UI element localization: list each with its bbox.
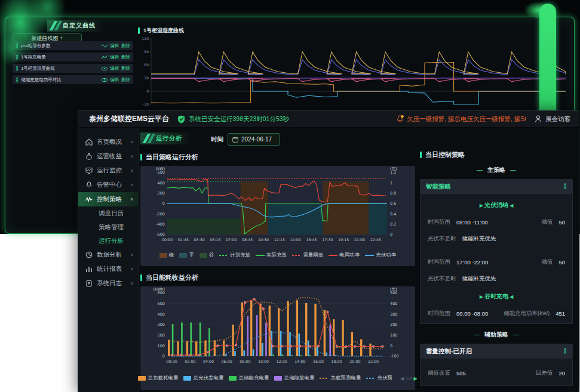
svg-text:-400: -400 <box>156 222 165 227</box>
curve-list-item[interactable]: ∨∨ 储能充放电功率对比 编辑 删除 <box>13 75 133 84</box>
sidebar-subitem-dispatch-calendar[interactable]: 调度日历 <box>78 206 138 220</box>
control-strategy-panel: 当日控制策略 主策略 智能策略 ∧∧ 光伏消纳 时间范围 08:00 -11:0… <box>420 150 573 392</box>
user-icon[interactable] <box>535 115 542 123</box>
sidebar-item-system-log[interactable]: 系统日志∨ <box>78 276 138 291</box>
delete-button[interactable]: 删除 <box>121 66 130 72</box>
svg-text:10:00: 10:00 <box>258 359 269 363</box>
legend-item-load-forecast[interactable]: 负载预测电量 <box>320 375 361 382</box>
row-value: 505 <box>456 370 466 376</box>
sidebar-item-control-strategy[interactable]: 控制策略∧ <box>78 192 138 206</box>
legend-swatch <box>183 376 191 381</box>
aux-strategy-divider: 辅助策略 <box>420 331 573 339</box>
alarm-ticker[interactable]: 欠压一级报警, 簇总电压欠压一级报警, 簇SO <box>407 115 526 124</box>
legend-item-flat[interactable]: 平 <box>179 252 194 259</box>
date-picker[interactable]: 2024-06-17 <box>228 133 280 146</box>
energy-chart[interactable]: 60050040030020010005004003002001000-100(… <box>141 287 415 372</box>
demand-control-card-body: 阈值设置 505 回差值 20 <box>420 359 573 386</box>
curve-list-item[interactable]: ∨∨ 1号柜充电量 编辑 删除 <box>13 53 133 61</box>
screenshot-stage: 自定义曲线 新建曲线图 + ∨∨ pcs柜部分参数 编辑 删除 ∨∨ 1号柜充电… <box>0 0 580 392</box>
wave-icon <box>102 44 108 48</box>
legend-item-charge[interactable]: 总储能充电量 <box>229 375 269 382</box>
row-value: 储能补充优先 <box>462 235 496 243</box>
legend-item-pv-forecast[interactable]: 光伏预 <box>366 375 392 382</box>
row-value: 00:00 -08:00 <box>456 310 488 317</box>
legend-label: 平 <box>189 252 194 259</box>
legend-label: 总储能充电量 <box>238 375 269 382</box>
svg-text:60: 60 <box>144 63 149 67</box>
chevron-down-icon: ∨ <box>130 168 133 173</box>
alarm-bell-icon[interactable] <box>395 115 404 124</box>
legend-prev-arrow[interactable]: ◀ <box>400 376 404 381</box>
legend-next-arrow[interactable]: ▶ <box>413 376 417 381</box>
delete-button[interactable]: 删除 <box>121 77 130 83</box>
sidebar-item-alerts[interactable]: 告警中心∨ <box>78 178 138 192</box>
sidebar-subitem-strategy-management[interactable]: 策略管理 <box>78 220 138 234</box>
strategy-chart[interactable]: 6004002000-200-400-6001.210.80.60.40.20(… <box>141 166 415 249</box>
collapse-chevron-icon[interactable]: ∧∧ <box>563 184 567 189</box>
edit-button[interactable]: 编辑 <box>110 77 119 83</box>
date-value: 2024-06-17 <box>241 136 272 143</box>
row-label2: 阈值 <box>541 218 553 226</box>
svg-text:00:00: 00:00 <box>167 359 177 363</box>
edit-button[interactable]: 编辑 <box>110 54 119 60</box>
curve-label: 1号柜充电量 <box>21 54 46 60</box>
clipboard-icon <box>85 280 93 287</box>
edit-button[interactable]: 编辑 <box>110 66 119 72</box>
user-name[interactable]: 展会访客 <box>545 115 570 124</box>
sidebar-item-reports[interactable]: 统计报表∨ <box>78 262 138 276</box>
svg-text:0.2: 0.2 <box>390 222 396 227</box>
svg-text:06:00: 06:00 <box>222 359 232 363</box>
waveform-icon <box>85 196 93 203</box>
svg-text:1: 1 <box>390 181 392 186</box>
legend-item-actual[interactable]: 实际充放 <box>256 252 287 259</box>
curve-list-item[interactable]: ∨∨ 1号柜温湿度曲线 编辑 删除 <box>13 64 133 73</box>
svg-text:08:00: 08:00 <box>240 359 250 363</box>
smart-strategy-card-body: 光伏消纳 时间范围 08:00 -11:00 阈值 50 光伏不足时 储能补充优… <box>420 194 573 324</box>
legend-item-grid-power[interactable]: 电网功率 <box>329 252 360 259</box>
svg-text:15:45: 15:45 <box>306 237 317 242</box>
sidebar-item-monitor[interactable]: 运行监控∨ <box>78 163 138 178</box>
edit-button[interactable]: 编辑 <box>110 43 119 49</box>
sidebar-item-data-analysis[interactable]: 数据分析∨ <box>78 248 138 262</box>
legend-item-planned[interactable]: 计划充放 <box>219 252 250 259</box>
legend-item-discharge[interactable]: 总储能放电量 <box>274 375 314 382</box>
temperature-humidity-chart[interactable]: 1209060300-30 <box>136 35 569 108</box>
svg-text:04:00: 04:00 <box>203 359 214 363</box>
legend-label: 总储能放电量 <box>284 375 314 382</box>
svg-text:02:00: 02:00 <box>185 359 195 363</box>
svg-text:-200: -200 <box>156 212 165 217</box>
legend-item-valley[interactable]: 谷 <box>200 252 214 259</box>
smart-strategy-card-header[interactable]: 智能策略 ∧∧ <box>420 179 573 194</box>
row-label: 阈值设置 <box>428 369 450 377</box>
sidebar-subitem-run-analysis[interactable]: 运行分析 <box>78 234 138 248</box>
demand-control-card-header[interactable]: 需量控制-已开启 ∧∧ <box>420 344 573 359</box>
svg-text:400: 400 <box>158 312 165 317</box>
legend-item-peak[interactable]: 峰 <box>159 252 174 259</box>
legend-label: 计划充放 <box>230 252 250 259</box>
chevron-down-icon: ∨ <box>130 140 133 144</box>
legend-label: 需量阈值 <box>303 252 323 259</box>
uptime-status: 系统已安全运行398天23时01分53秒 <box>189 115 289 124</box>
collapse-chevron-icon[interactable]: ∧∧ <box>563 348 567 354</box>
delete-button[interactable]: 删除 <box>121 54 130 60</box>
chevron-down-icon: ∨ <box>130 267 133 271</box>
row-label2: 回差值 <box>536 369 553 377</box>
svg-text:(kW): (kW) <box>156 166 165 171</box>
monitor-icon <box>85 167 93 174</box>
curve-list-item[interactable]: ∨∨ pcs柜部分参数 编辑 删除 <box>13 41 133 50</box>
sidebar-item-revenue[interactable]: 运营收益∨ <box>78 149 138 163</box>
delete-button[interactable]: 删除 <box>121 43 130 49</box>
run-analysis-banner-label: 运行分析 <box>156 134 182 143</box>
legend-pager: ◀ 1/2 ▶ <box>400 376 418 381</box>
legend-swatch <box>320 378 329 379</box>
legend-item-load[interactable]: 总负载耗电量 <box>138 375 178 382</box>
chevron-down-icon: ∨ <box>130 183 133 187</box>
svg-text:10:30: 10:30 <box>258 237 269 242</box>
legend-item-demand-threshold[interactable]: 需量阈值 <box>292 252 323 259</box>
legend-item-pv-gen[interactable]: 总光伏发电量 <box>183 375 223 382</box>
svg-text:400: 400 <box>390 301 397 306</box>
sidebar-item-home[interactable]: 首页概况∨ <box>78 135 138 149</box>
title-tick <box>140 154 142 160</box>
legend-item-pv-power[interactable]: 光伏功率 <box>365 252 396 259</box>
svg-text:500: 500 <box>158 301 165 306</box>
